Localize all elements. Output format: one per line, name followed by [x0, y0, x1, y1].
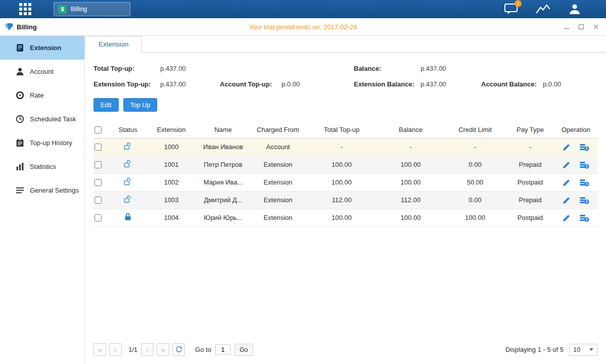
- locked-icon: [124, 213, 132, 221]
- next-page-button[interactable]: ›: [141, 343, 154, 356]
- edit-pencil-icon[interactable]: [563, 214, 570, 222]
- sidebar-item-general-settings[interactable]: General Settings: [0, 178, 84, 202]
- row-checkbox[interactable]: [95, 161, 102, 168]
- sidebar-item-rate[interactable]: Rate: [0, 83, 84, 107]
- balance-value: p.437.00: [421, 65, 446, 72]
- calendar-icon: [16, 139, 24, 147]
- extension-cell: 1000: [146, 138, 197, 156]
- svg-text:$: $: [586, 164, 588, 168]
- table-row[interactable]: 1001 Петр Петров Extension 100.00 100.00…: [94, 156, 597, 173]
- table-row[interactable]: 1002 Мария Ива... Extension 100.00 100.0…: [94, 173, 597, 191]
- sidebar-item-topup-history[interactable]: Top-up History: [0, 131, 84, 155]
- app-tab-billing[interactable]: $ Billing: [54, 2, 130, 16]
- pagination-bar: « ‹ 1/1 › » Go to Go Displaying 1 - 5 of…: [94, 336, 597, 364]
- total-topup-cell: 100.00: [306, 173, 377, 191]
- select-all-checkbox[interactable]: [95, 126, 102, 133]
- refresh-icon: [175, 346, 182, 353]
- col-balance: Balance: [377, 121, 444, 138]
- balance-summary: Total Top-up: p.437.00 Balance: p.437.00…: [94, 63, 597, 89]
- extension-panel: Total Top-up: p.437.00 Balance: p.437.00…: [85, 53, 606, 364]
- row-checkbox[interactable]: [95, 214, 102, 221]
- sidebar-item-scheduled-task[interactable]: Scheduled Task: [0, 107, 84, 131]
- bar-chart-icon: [16, 162, 24, 171]
- top-up-money-icon[interactable]: $: [580, 214, 589, 222]
- pay-type-cell: Postpaid: [506, 209, 554, 226]
- extension-cell: 1003: [146, 191, 197, 209]
- balance-cell: -: [377, 138, 444, 156]
- balance-cell: 100.00: [377, 156, 444, 173]
- pay-type-cell: Prepaid: [506, 191, 554, 209]
- sidebar-item-statistics[interactable]: Statistics: [0, 155, 84, 178]
- page-size-select[interactable]: 10: [569, 344, 597, 356]
- top-up-money-icon[interactable]: $: [580, 179, 589, 187]
- user-account-icon[interactable]: [569, 4, 581, 15]
- top-up-button[interactable]: Top Up: [123, 98, 158, 112]
- table-row[interactable]: 1000 Иван Иванов Account - - - - $: [94, 138, 597, 156]
- title-bar: Your trial period ends on: 2017-02-24 Bi…: [0, 18, 606, 36]
- sidebar: Extension Account Rate Scheduled Task To…: [0, 36, 85, 364]
- row-checkbox[interactable]: [95, 197, 102, 204]
- table-row[interactable]: 1004 Юрий Юрь... Extension 100.00 100.00…: [94, 209, 597, 226]
- edit-pencil-icon[interactable]: [563, 161, 570, 169]
- refresh-button[interactable]: [172, 343, 185, 356]
- first-page-button[interactable]: «: [94, 343, 106, 356]
- name-cell: Дмитрий Д...: [197, 191, 250, 209]
- top-up-money-icon[interactable]: $: [580, 144, 589, 151]
- goto-page-input[interactable]: [215, 344, 230, 355]
- last-page-button[interactable]: »: [157, 343, 169, 356]
- summary-row-2: Extension Top-up: p.437.00 Account Top-u…: [94, 79, 597, 89]
- account-topup-value: p.0.00: [282, 80, 354, 88]
- edit-pencil-icon[interactable]: [563, 144, 570, 151]
- unlocked-icon: [124, 195, 132, 203]
- extension-balance-value: p.437.00: [421, 80, 481, 88]
- svg-text:$: $: [586, 217, 588, 221]
- col-status: Status: [110, 121, 146, 138]
- col-name: Name: [197, 121, 250, 138]
- messages-icon[interactable]: !: [504, 4, 518, 15]
- goto-label: Go to: [195, 346, 211, 353]
- settings-lines-icon: [16, 186, 24, 195]
- top-bar: $ Billing !: [0, 0, 606, 18]
- total-topup-cell: -: [306, 138, 377, 156]
- billing-app-window: $ Billing ! Your trial period ends on: 2…: [0, 0, 606, 364]
- sidebar-item-extension[interactable]: Extension: [0, 36, 84, 60]
- credit-limit-cell: 50.00: [444, 173, 506, 191]
- top-up-money-icon[interactable]: $: [580, 161, 589, 169]
- row-checkbox[interactable]: [95, 144, 102, 151]
- name-cell: Юрий Юрь...: [197, 209, 250, 226]
- account-balance-value: p.0.00: [543, 80, 561, 88]
- close-icon[interactable]: [593, 24, 599, 30]
- sidebar-item-account[interactable]: Account: [0, 60, 84, 83]
- unlocked-icon: [124, 177, 132, 186]
- table-row[interactable]: 1003 Дмитрий Д... Extension 112.00 112.0…: [94, 191, 597, 209]
- statistics-chart-icon[interactable]: [536, 4, 550, 14]
- edit-pencil-icon[interactable]: [563, 179, 570, 187]
- col-charged-from: Charged From: [250, 121, 306, 138]
- maximize-icon[interactable]: [578, 24, 584, 30]
- top-up-money-icon[interactable]: $: [580, 197, 589, 204]
- total-topup-cell: 100.00: [306, 209, 377, 226]
- balance-cell: 112.00: [377, 191, 444, 209]
- credit-limit-cell: 0.00: [444, 156, 506, 173]
- summary-row-1: Total Top-up: p.437.00 Balance: p.437.00: [94, 63, 597, 74]
- account-icon: [16, 67, 24, 76]
- credit-limit-cell: 0.00: [444, 191, 506, 209]
- window-controls: [564, 24, 599, 30]
- total-topup-cell: 112.00: [306, 191, 377, 209]
- goto-page-group: Go to Go: [195, 344, 253, 356]
- prev-page-button[interactable]: ‹: [109, 343, 122, 356]
- displaying-text: Displaying 1 - 5 of 5: [505, 346, 564, 353]
- name-cell: Мария Ива...: [197, 173, 250, 191]
- edit-button[interactable]: Edit: [94, 98, 119, 112]
- charged-from-cell: Account: [250, 138, 306, 156]
- go-button[interactable]: Go: [235, 344, 253, 356]
- pay-type-cell: Postpaid: [506, 173, 554, 191]
- tab-extension[interactable]: Extension: [85, 36, 142, 53]
- charged-from-cell: Extension: [250, 156, 306, 173]
- col-pay-type: Pay Type: [506, 121, 554, 138]
- row-checkbox[interactable]: [95, 179, 102, 186]
- minimize-icon[interactable]: [564, 24, 570, 30]
- edit-pencil-icon[interactable]: [563, 197, 570, 204]
- extension-icon: [16, 43, 24, 52]
- apps-grid-icon[interactable]: [19, 3, 31, 15]
